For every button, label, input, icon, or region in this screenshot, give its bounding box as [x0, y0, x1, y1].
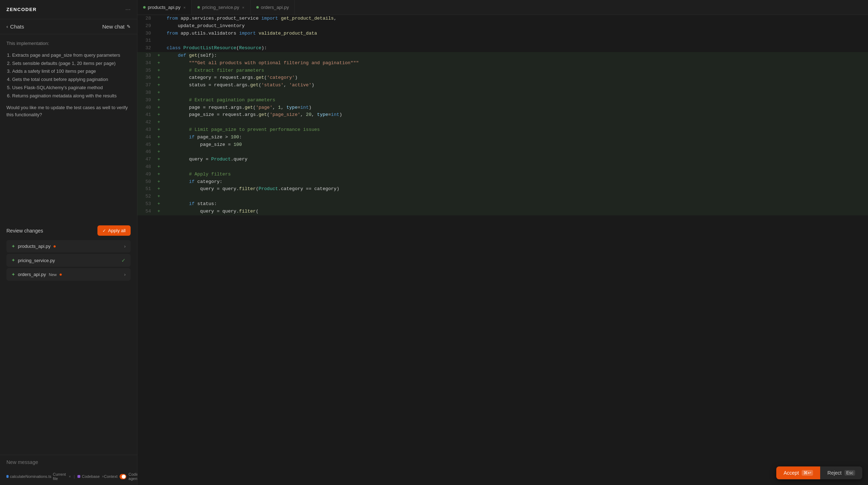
current-file-name: calculateNominations.ts — [10, 474, 51, 479]
code-line: 30 from app.utils.validators import vali… — [137, 30, 868, 37]
list-item: Uses Flask-SQLAlchemy's paginate method — [12, 84, 131, 92]
code-line: 52 + — [137, 193, 868, 200]
tab-label: products_api.py — [148, 5, 181, 10]
chevron-right-icon: › — [124, 272, 126, 277]
tab-dot-icon — [256, 6, 259, 9]
file-item-pricing[interactable]: ✦ pricing_service.py ✓ — [6, 254, 131, 267]
apply-all-button[interactable]: ✓ Apply all — [97, 225, 131, 236]
current-file-badge: calculateNominations.ts Current file × — [6, 472, 71, 481]
context-toggle[interactable] — [120, 474, 126, 479]
close-tab-icon[interactable]: × — [242, 5, 244, 10]
new-badge: New — [49, 272, 57, 277]
file-icon: ✦ — [11, 244, 15, 249]
tab-orders-api[interactable]: orders_api.py — [251, 0, 295, 15]
code-line: 32 class ProductListResource(Resource): — [137, 45, 868, 52]
sidebar-footer: calculateNominations.ts Current file × |… — [0, 469, 137, 485]
code-line: 38 + — [137, 89, 868, 97]
code-line: 50 + if category: — [137, 178, 868, 186]
change-dot — [54, 245, 56, 247]
code-line: 29 update_product_inventory — [137, 22, 868, 30]
reject-button[interactable]: Reject Esc — [820, 466, 862, 479]
file-list: ✦ products_api.py › ✦ pricing_service.py… — [6, 240, 131, 281]
code-line: 43 + # Limit page_size to prevent perfor… — [137, 126, 868, 134]
chats-label: Chats — [10, 24, 24, 30]
app-logo: ZENCODER — [6, 7, 37, 12]
context-label: Context — [104, 474, 117, 479]
codebase-badge: Codebase × — [77, 474, 104, 479]
message-input[interactable] — [6, 459, 131, 465]
code-line: 40 + page = request.args.get('page', 1, … — [137, 104, 868, 112]
codebase-indicator-icon — [77, 475, 80, 478]
list-item: Returns pagination metadata along with t… — [12, 92, 131, 100]
check-icon: ✓ — [102, 228, 106, 233]
chats-back-button[interactable]: ‹ Chats — [6, 24, 24, 30]
close-file-icon[interactable]: × — [69, 475, 71, 479]
file-icon: ✦ — [11, 272, 15, 277]
code-line: 47 + query = Product.query — [137, 156, 868, 163]
file-item-products[interactable]: ✦ products_api.py › — [6, 240, 131, 252]
code-line: 51 + query = query.filter(Product.catego… — [137, 185, 868, 193]
file-name: products_api.py — [18, 244, 51, 249]
accept-label: Accept — [783, 470, 799, 476]
code-line: 28 from app.services.product_service imp… — [137, 15, 868, 22]
sidebar: ZENCODER ··· ‹ Chats New chat ✎ This imp… — [0, 0, 137, 485]
tab-label: pricing_service.py — [202, 5, 239, 10]
tab-bar: products_api.py × pricing_service.py × o… — [137, 0, 868, 15]
code-line: 34 + """Get all products with optional f… — [137, 60, 868, 67]
file-name: orders_api.py — [18, 272, 46, 277]
code-line: 33 + def get(self): — [137, 52, 868, 60]
code-line: 46 + — [137, 148, 868, 156]
code-line: 48 + — [137, 163, 868, 171]
chevron-left-icon: ‹ — [6, 24, 8, 29]
apply-all-label: Apply all — [108, 228, 126, 233]
codebase-label: Codebase — [82, 474, 100, 479]
file-indicator-icon — [6, 475, 9, 478]
close-tab-icon[interactable]: × — [183, 5, 186, 10]
current-file-label: Current file — [53, 472, 67, 481]
tab-pricing-service[interactable]: pricing_service.py × — [192, 0, 250, 15]
checkmark-icon: ✓ — [121, 257, 126, 263]
code-line: 36 + category = request.args.get('catego… — [137, 74, 868, 82]
edit-icon: ✎ — [127, 24, 131, 29]
chevron-right-icon: › — [124, 244, 126, 249]
numbered-list: Extracts page and page_size from query p… — [12, 52, 131, 100]
code-line: 42 + — [137, 119, 868, 126]
file-name: pricing_service.py — [18, 258, 55, 263]
review-section: Review changes ✓ Apply all ✦ products_ap… — [0, 220, 137, 281]
chat-content: This implementation: Extracts page and p… — [0, 34, 137, 220]
change-dot — [60, 274, 62, 276]
reject-kbd: Esc — [844, 470, 855, 476]
more-options-icon[interactable]: ··· — [125, 6, 131, 13]
new-chat-button[interactable]: New chat ✎ — [102, 24, 131, 30]
file-icon: ✦ — [11, 258, 15, 263]
accept-button[interactable]: Accept ⌘↩ — [776, 466, 820, 479]
code-line: 39 + # Extract pagination parameters — [137, 97, 868, 104]
list-item: Extracts page and page_size from query p… — [12, 52, 131, 59]
editor-main: products_api.py × pricing_service.py × o… — [137, 0, 868, 485]
review-title: Review changes — [6, 228, 43, 234]
code-line: 35 + # Extract filter parameters — [137, 67, 868, 75]
chat-intro: This implementation: — [6, 40, 131, 47]
list-item: Sets sensible defaults (page 1, 20 items… — [12, 60, 131, 67]
list-item: Gets the total count before applying pag… — [12, 76, 131, 83]
review-header: Review changes ✓ Apply all — [6, 225, 131, 236]
code-line: 53 + if status: — [137, 200, 868, 208]
code-line: 37 + status = request.args.get('status',… — [137, 82, 868, 89]
code-area: 28 from app.services.product_service imp… — [137, 15, 868, 485]
sidebar-header: ZENCODER ··· — [0, 0, 137, 19]
list-item: Adds a safety limit of 100 items per pag… — [12, 68, 131, 75]
code-line: 45 + page_size = 100 — [137, 141, 868, 149]
code-table: 28 from app.services.product_service imp… — [137, 15, 868, 215]
tab-dot-icon — [143, 6, 146, 9]
accept-kbd: ⌘↩ — [802, 470, 813, 476]
tab-label: orders_api.py — [261, 5, 289, 10]
code-line: 44 + if page_size > 100: — [137, 134, 868, 141]
code-line: 49 + # Apply filters — [137, 171, 868, 178]
chat-question: Would you like me to update the test cas… — [6, 104, 131, 119]
tab-products-api[interactable]: products_api.py × — [137, 0, 192, 15]
file-item-orders[interactable]: ✦ orders_api.py New › — [6, 268, 131, 281]
code-line: 54 + query = query.filter( — [137, 208, 868, 215]
code-line: 31 — [137, 37, 868, 45]
new-chat-label: New chat — [102, 24, 125, 30]
tab-dot-icon — [197, 6, 200, 9]
